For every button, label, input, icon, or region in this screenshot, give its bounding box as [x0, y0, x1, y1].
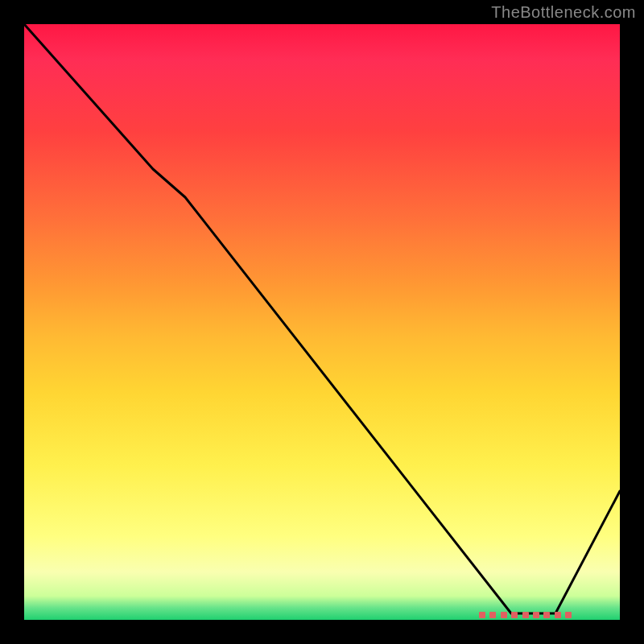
chart-frame: TheBottleneck.com [0, 0, 644, 644]
bottleneck-curve [24, 24, 620, 620]
gradient-plot-area [24, 24, 620, 620]
attribution-label: TheBottleneck.com [491, 3, 636, 22]
